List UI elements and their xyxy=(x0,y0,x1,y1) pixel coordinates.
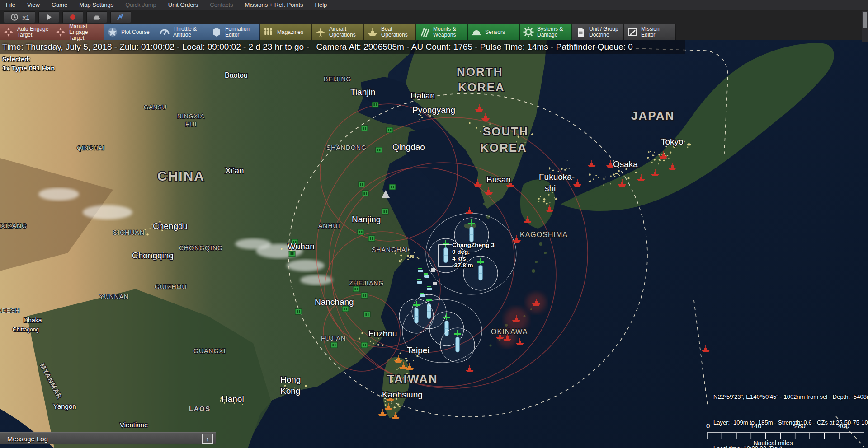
unit-icon-installation[interactable] xyxy=(361,293,368,298)
map-label-guangxi: GUANGXI xyxy=(193,347,226,355)
engage-icon xyxy=(55,26,66,38)
engage-icon xyxy=(3,26,14,38)
map-label-china: CHINA xyxy=(157,168,205,183)
unit-icon-installation[interactable] xyxy=(358,229,364,235)
message-log-bar[interactable]: Message Log ↑ xyxy=(0,432,216,444)
toolbar-mounts-weapons-button[interactable]: Mounts &Weapons xyxy=(416,24,468,40)
star-icon xyxy=(107,26,118,38)
map-label-sichuan: SICHUAN xyxy=(113,229,145,236)
map-scale-bar: 0140280400Nautical miles xyxy=(703,418,868,446)
map-label-hanoi: Hanoi xyxy=(222,394,244,404)
clock-button[interactable]: x1 xyxy=(4,11,35,23)
app-window: BaotouBEIJINGTianjinDalianPyongyangNORTH… xyxy=(0,0,868,448)
map-label-laos: LAOS xyxy=(189,405,211,412)
unit-icon-submarine[interactable] xyxy=(399,299,434,333)
play-button[interactable] xyxy=(38,11,59,23)
map-label-tianjin: Tianjin xyxy=(350,87,375,97)
menu-item-missions-ref-points[interactable]: Missions + Ref. Points xyxy=(239,0,309,10)
map-label-bangladesh: BANGLADESH xyxy=(0,307,20,314)
toolbar-auto-engage-target-button[interactable]: Auto EngageTarget xyxy=(0,24,52,40)
toolbar-sensors-button[interactable]: Sensors xyxy=(468,24,520,40)
map-label-beijing: BEIJING xyxy=(324,75,351,83)
map-label-tokyo: Tokyo xyxy=(661,137,684,146)
layers-button[interactable] xyxy=(86,11,107,23)
map-label-xizang: XIZANG xyxy=(1,222,27,229)
unit-speed: 4 kts xyxy=(452,255,495,262)
unit-icon-submarine[interactable] xyxy=(440,328,475,362)
record-button[interactable] xyxy=(62,11,83,23)
map-label-zhejiang: ZHEJIANG xyxy=(349,280,384,287)
menu-item-map-settings[interactable]: Map Settings xyxy=(73,0,119,10)
map-label-nanjing: Nanjing xyxy=(352,215,381,224)
menu-item-view[interactable]: View xyxy=(21,0,46,10)
unit-icon-installation[interactable] xyxy=(295,309,302,314)
mag-icon xyxy=(263,26,274,38)
toolbar-button-label: Unit / GroupDoctrine xyxy=(589,26,618,38)
toolbar-button-label: Plot Course xyxy=(121,29,150,35)
toolbar-button-label: BoatOperations xyxy=(381,26,408,38)
map-label-kong: Kong xyxy=(280,386,300,396)
unit-icon-installation[interactable] xyxy=(389,184,396,190)
toolbar-magazines-button[interactable]: Magazines xyxy=(260,24,312,40)
engage-icon xyxy=(3,26,14,38)
unit-icon-installation[interactable] xyxy=(372,102,378,107)
map-label-south: SOUTH xyxy=(483,125,528,138)
unit-name: ChangZheng 3 xyxy=(452,242,495,248)
map-label-qingdao: Qingdao xyxy=(392,142,425,152)
unit-icon-installation[interactable] xyxy=(289,251,295,257)
menu-item-game[interactable]: Game xyxy=(46,0,73,10)
map-label-dalian: Dalian xyxy=(410,91,435,100)
unit-icon-installation[interactable] xyxy=(382,209,388,214)
toolbar-systems-damage-button[interactable]: Systems &Damage xyxy=(520,24,572,40)
unit-icon-installation[interactable] xyxy=(362,191,368,196)
selection-unit: 1x Type 091 Han xyxy=(2,64,55,73)
unit-icon-installation[interactable] xyxy=(361,126,368,131)
unit-icon-installation[interactable] xyxy=(353,286,359,292)
map-label-pyongyang: Pyongyang xyxy=(412,105,455,115)
toolbar-boat-operations-button[interactable]: BoatOperations xyxy=(364,24,416,40)
map-label-okinawa: OKINAWA xyxy=(491,328,528,336)
unit-icon-installation[interactable] xyxy=(368,236,375,241)
jump-icon xyxy=(116,12,126,22)
map-label-korea: KOREA xyxy=(480,141,527,154)
map-scrollbar[interactable] xyxy=(862,11,868,42)
message-log-label: Message Log xyxy=(7,435,48,443)
toolbar-unit-group-doctrine-button[interactable]: Unit / GroupDoctrine xyxy=(572,24,624,40)
menu-item-unit-orders[interactable]: Unit Orders xyxy=(162,0,204,10)
unit-icon-installation[interactable] xyxy=(387,127,393,133)
boat-icon xyxy=(367,26,378,38)
menu-item-file[interactable]: File xyxy=(0,0,21,10)
missiles-icon xyxy=(419,26,430,38)
unit-icon-installation[interactable] xyxy=(342,306,349,312)
map-label-gansu: GANSU xyxy=(144,104,167,111)
toolbar-button-label: AircraftOperations xyxy=(329,26,356,38)
play-icon xyxy=(44,12,54,22)
gauge-icon xyxy=(159,26,170,38)
map-label-north: NORTH xyxy=(457,65,503,79)
toolbar-manual-engage-target-button[interactable]: ManualEngage Target xyxy=(52,24,104,40)
toolbar-plot-course-button[interactable]: Plot Course xyxy=(104,24,156,40)
toolbar-button-label: FormationEditor xyxy=(225,26,250,38)
expand-log-button[interactable]: ↑ xyxy=(202,434,213,444)
toolbar-throttle-altitude-button[interactable]: Throttle &Altitude xyxy=(156,24,208,40)
jump-button[interactable] xyxy=(110,11,131,23)
time-status-text: Time: Thursday, July 5, 2018 - Zulu: 01:… xyxy=(2,42,633,52)
missiles-icon xyxy=(419,26,430,38)
unit-icon-installation[interactable] xyxy=(364,312,370,317)
map-label-xi-an: Xi'an xyxy=(225,166,244,175)
svg-text:400: 400 xyxy=(838,422,849,429)
scrollbar-thumb[interactable] xyxy=(863,12,867,28)
unit-icon-installation[interactable] xyxy=(331,342,337,348)
unit-icon-installation[interactable] xyxy=(359,182,365,187)
toolbar-button-label: Systems &Damage xyxy=(537,26,563,38)
menu-bar: FileViewGameMap SettingsQuick JumpUnit O… xyxy=(0,0,868,10)
menu-item-help[interactable]: Help xyxy=(309,0,333,10)
unit-icon-installation[interactable] xyxy=(361,342,368,348)
toolbar-button-label: Sensors xyxy=(485,29,505,35)
map-label-chengdu: Chengdu xyxy=(153,221,188,231)
unit-icon-installation[interactable] xyxy=(376,147,382,153)
toolbar-aircraft-operations-button[interactable]: AircraftOperations xyxy=(312,24,364,40)
toolbar-mission-editor-button[interactable]: MissionEditor xyxy=(624,24,676,40)
selection-label: Selected: xyxy=(2,55,55,64)
toolbar-formation-editor-button[interactable]: FormationEditor xyxy=(208,24,260,40)
